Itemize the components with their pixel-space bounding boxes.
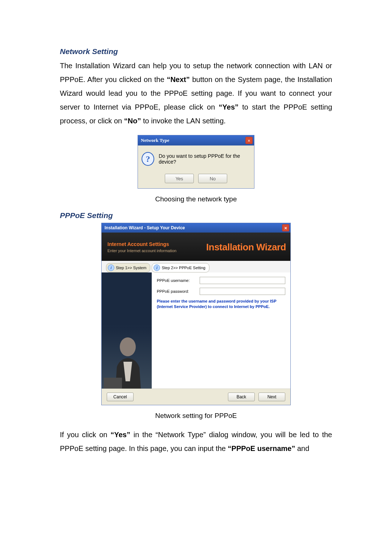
cancel-button[interactable]: Cancel (107, 393, 134, 401)
tab-label: Step 1>> System (116, 266, 146, 270)
dialog-title-text: Network Type (141, 138, 170, 143)
wizard-dialog: Installation Wizard - Setup Your Device … (101, 223, 291, 405)
dialog-body: ? Do you want to setup PPPoE for the dev… (138, 145, 254, 188)
dialog-message-text: Do you want to setup PPPoE for the devic… (159, 153, 250, 165)
paragraph-network-intro: The Installation Wizard can help you to … (60, 59, 332, 128)
text-fragment: and (297, 444, 309, 452)
text-fragment-bold: “No” (124, 117, 141, 125)
info-icon: i (154, 264, 160, 271)
close-button[interactable]: × (282, 224, 289, 231)
wizard-main: PPPoE username: PPPoE password: Please e… (102, 272, 290, 389)
info-icon: i (108, 264, 114, 271)
paragraph-pppoe-followup: If you click on “Yes” in the “Network Ty… (60, 428, 332, 455)
svg-point-1 (120, 337, 136, 356)
text-fragment-bold: “PPPoE username” (228, 444, 295, 452)
wizard-brand-text: Installation Wizard (206, 242, 286, 253)
next-button-label: Next (268, 394, 277, 399)
wizard-header: Internet Account Settings Enter your Int… (102, 233, 290, 261)
wizard-tabs: i Step 1>> System i Step 2>> PPPoE Setti… (102, 261, 290, 272)
yes-button-label: Yes (175, 176, 183, 181)
document-page: Network Setting The Installation Wizard … (0, 0, 392, 484)
cancel-button-label: Cancel (113, 394, 127, 399)
wizard-side-image (102, 272, 152, 389)
heading-pppoe-setting: PPPoE Setting (60, 211, 332, 220)
figure-caption: Choosing the network type (60, 195, 332, 203)
text-fragment-bold: “Yes” (219, 103, 238, 111)
no-button[interactable]: No (198, 174, 227, 183)
field-row-username: PPPoE username: (157, 277, 285, 284)
close-icon: × (248, 138, 250, 143)
wizard-footer-right: Back Next (228, 393, 285, 401)
field-row-password: PPPoE password: (157, 288, 285, 295)
wizard-hint-text: Please enter the username and password p… (157, 299, 285, 309)
question-icon: ? (142, 152, 154, 166)
wizard-header-subtitle: Enter your Internet account information (107, 249, 176, 253)
back-button[interactable]: Back (228, 393, 255, 401)
dialog-button-row: Yes No (165, 174, 227, 183)
text-fragment: to invoke the LAN setting. (143, 117, 226, 125)
person-illustration (102, 327, 152, 389)
wizard-footer: Cancel Back Next (102, 389, 290, 405)
back-button-label: Back (237, 394, 246, 399)
question-mark-glyph: ? (146, 154, 150, 164)
text-fragment-bold: “Yes” (111, 431, 130, 439)
username-input[interactable] (200, 277, 285, 284)
tab-label: Step 2>> PPPoE Setting (162, 266, 205, 270)
password-label: PPPoE password: (157, 289, 197, 294)
text-fragment: If you click on (60, 431, 111, 439)
next-button[interactable]: Next (258, 393, 285, 401)
tab-step2-pppoe[interactable]: i Step 2>> PPPoE Setting (152, 263, 209, 272)
dialog-titlebar: Network Type × (138, 135, 254, 145)
no-button-label: No (210, 176, 216, 181)
figure-caption: Network setting for PPPoE (60, 412, 332, 420)
close-button[interactable]: × (245, 137, 253, 144)
wizard-header-title: Internet Account Settings (107, 241, 176, 247)
text-fragment-bold: “Next” (167, 75, 189, 83)
wizard-header-left: Internet Account Settings Enter your Int… (107, 241, 176, 253)
dialog-message-row: ? Do you want to setup PPPoE for the dev… (142, 152, 250, 166)
network-type-dialog-wrap: Network Type × ? Do you want to setup PP… (60, 135, 332, 189)
close-icon: × (284, 226, 287, 230)
username-label: PPPoE username: (157, 278, 197, 283)
wizard-dialog-wrap: Installation Wizard - Setup Your Device … (60, 223, 332, 405)
wizard-titlebar: Installation Wizard - Setup Your Device … (102, 223, 290, 233)
wizard-title-text: Installation Wizard - Setup Your Device (105, 225, 185, 230)
password-input[interactable] (200, 288, 285, 295)
svg-rect-2 (104, 378, 122, 389)
wizard-content: PPPoE username: PPPoE password: Please e… (152, 272, 290, 389)
heading-network-setting: Network Setting (60, 47, 332, 56)
tab-step1-system[interactable]: i Step 1>> System (106, 263, 150, 272)
network-type-dialog: Network Type × ? Do you want to setup PP… (138, 135, 254, 189)
yes-button[interactable]: Yes (165, 174, 194, 183)
